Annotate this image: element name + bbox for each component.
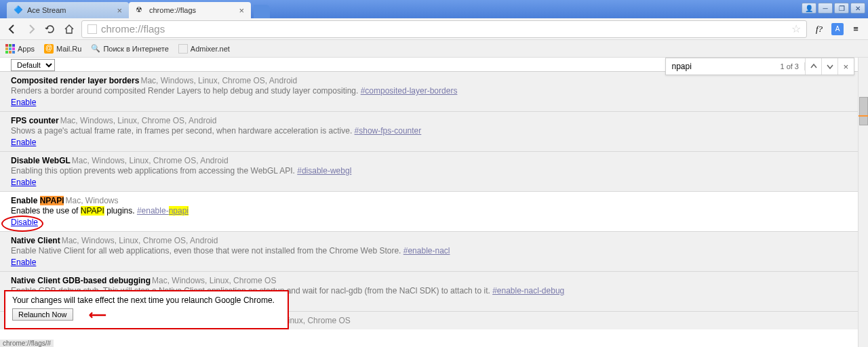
toolbar: chrome://flags ☆ f? A ≡ [0,18,868,40]
flag-hash-link[interactable]: #enable-npapi [137,206,189,216]
flag-hash-link[interactable]: #composited-layer-borders [361,86,458,96]
relaunch-banner: Your changes will take effect the next t… [4,290,289,329]
flag-hash-link[interactable]: #enable-nacl [403,246,450,256]
bookmark-admixer[interactable]: Admixer.net [178,44,230,54]
find-bar: 1 of 3 × [665,58,854,75]
flag-hash-link[interactable]: #disable-webgl [297,166,351,176]
close-button[interactable]: ✕ [850,3,865,14]
reload-button[interactable] [43,22,57,36]
close-icon[interactable]: × [117,5,122,16]
tab-strip: 🔷 Ace Stream × ☢ chrome://flags × [0,2,270,18]
window-controls: 👤 ─ ❐ ✕ [802,3,865,14]
disable-circle: Disable [11,218,38,227]
minimize-button[interactable]: ─ [818,3,833,14]
arrow-annotation: ⟵ [89,308,106,323]
address-bar[interactable]: chrome://flags ☆ [81,20,807,38]
flag-hash-link[interactable]: #show-fps-counter [355,126,422,136]
scroll-thumb[interactable] [859,97,868,125]
find-marker [859,115,868,117]
flag-item-npapi: Enable NPAPIMac, Windows Enables the use… [0,192,868,232]
home-button[interactable] [62,22,76,36]
titlebar: 🔷 Ace Stream × ☢ chrome://flags × 👤 ─ ❐ … [0,0,868,18]
tab-ace-stream[interactable]: 🔷 Ace Stream × [7,2,129,18]
translate-icon[interactable]: A [831,23,844,35]
profile-select[interactable]: Default [11,59,55,71]
maximize-button[interactable]: ❐ [834,3,849,14]
enable-link[interactable]: Enable [11,98,36,107]
find-close-button[interactable]: × [837,58,854,75]
bookmarks-bar: Apps @Mail.Ru 🔍Поиск в Интернете Admixer… [0,40,868,58]
flag-item: FPS counterMac, Windows, Linux, Chrome O… [0,112,868,152]
page-icon [87,24,97,34]
forward-button[interactable] [24,22,38,36]
enable-link[interactable]: Enable [11,138,36,147]
find-input[interactable] [666,59,774,74]
new-tab-button[interactable] [254,5,270,18]
apps-button[interactable]: Apps [5,44,35,54]
find-count: 1 of 3 [774,62,805,70]
page-icon [178,44,188,54]
user-icon[interactable]: 👤 [802,3,816,14]
find-prev-button[interactable] [805,58,821,75]
search-icon: 🔍 [91,44,100,54]
flag-item: Native ClientMac, Windows, Linux, Chrome… [0,232,868,272]
relaunch-button[interactable]: Relaunch Now [12,308,73,321]
relaunch-text: Your changes will take effect the next t… [12,295,281,305]
address-text: chrome://flags [101,23,791,35]
highlight-active: NPAPI [40,196,64,205]
tab-flags[interactable]: ☢ chrome://flags × [129,2,251,18]
page-content: Default 1 of 3 × Composited render layer… [0,58,868,339]
apps-icon [5,44,15,54]
status-bar: chrome://flags/# [0,340,54,347]
flag-item: Composited render layer bordersMac, Wind… [0,72,868,112]
tab-title: Ace Stream [27,6,66,14]
enable-link[interactable]: Enable [11,258,36,267]
menu-icon[interactable]: ≡ [849,22,863,36]
find-next-button[interactable] [821,58,837,75]
tab-favicon: ☢ [136,5,145,15]
close-icon[interactable]: × [239,5,244,16]
highlight: NPAPI [81,206,104,216]
enable-link[interactable]: Enable [11,178,36,187]
flag-item: Disable WebGLMac, Windows, Linux, Chrome… [0,152,868,192]
bookmark-icon: @ [44,44,54,54]
scrollbar[interactable] [858,58,868,347]
back-button[interactable] [5,22,19,36]
disable-link[interactable]: Disable [11,218,38,227]
tab-favicon: 🔷 [14,5,23,15]
tab-title: chrome://flags [149,6,196,14]
bookmark-search[interactable]: 🔍Поиск в Интернете [91,44,168,54]
bookmark-star-icon[interactable]: ☆ [791,22,801,35]
flag-hash-link[interactable]: #enable-nacl-debug [492,286,564,295]
extension-fq[interactable]: f? [812,22,826,36]
bookmark-mailru[interactable]: @Mail.Ru [44,44,81,54]
